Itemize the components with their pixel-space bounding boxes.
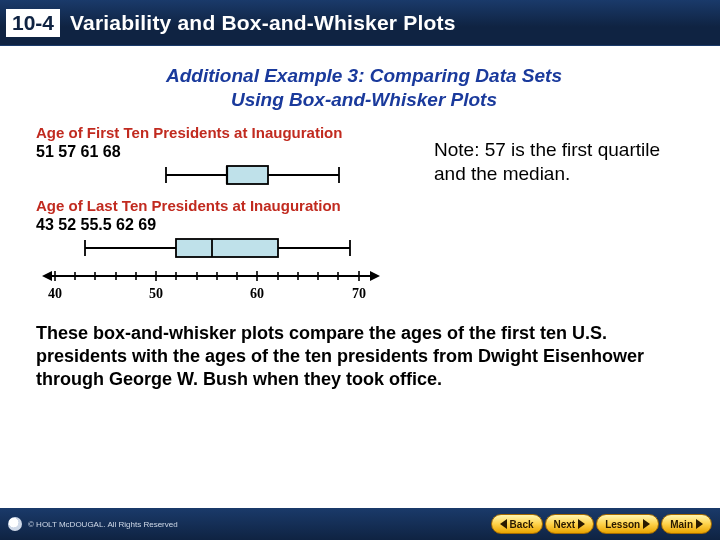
- triangle-right-icon: [696, 519, 703, 529]
- main-label: Main: [670, 519, 693, 530]
- footer-bar: © HOLT McDOUGAL. All Rights Reserved Bac…: [0, 508, 720, 540]
- section-number: 10-4: [6, 9, 60, 37]
- chart1-max: 68: [103, 143, 121, 160]
- svg-marker-14: [370, 271, 380, 281]
- chart2-med: 55.5: [81, 216, 112, 233]
- chart2-values: 43 52 55.5 62 69: [36, 216, 396, 234]
- axis-tick-60: 60: [250, 286, 264, 301]
- subtitle: Additional Example 3: Comparing Data Set…: [36, 64, 692, 112]
- number-line-axis: 40 50 60 70: [36, 262, 396, 304]
- chart1-values: 51 57 61 68: [36, 143, 396, 161]
- next-button[interactable]: Next: [545, 514, 595, 534]
- subtitle-line-2: Using Box-and-Whisker Plots: [231, 89, 497, 110]
- svg-rect-10: [176, 239, 278, 257]
- content-area: Additional Example 3: Comparing Data Set…: [0, 46, 720, 402]
- chart2-q3: 62: [116, 216, 134, 233]
- lesson-label: Lesson: [605, 519, 640, 530]
- triangle-right-icon: [578, 519, 585, 529]
- triangle-left-icon: [500, 519, 507, 529]
- chart1-min: 51: [36, 143, 54, 160]
- chart1-boxplot: [36, 161, 396, 189]
- publisher-logo-icon: [8, 517, 22, 531]
- lesson-button[interactable]: Lesson: [596, 514, 659, 534]
- chart2-min: 43: [36, 216, 54, 233]
- chart2-title: Age of Last Ten Presidents at Inaugurati…: [36, 197, 416, 214]
- page-title: Variability and Box-and-Whisker Plots: [70, 11, 455, 35]
- axis-tick-40: 40: [48, 286, 62, 301]
- axis-tick-70: 70: [352, 286, 366, 301]
- back-button[interactable]: Back: [491, 514, 543, 534]
- header-bar: 10-4 Variability and Box-and-Whisker Plo…: [0, 0, 720, 46]
- chart1-q3: 61: [81, 143, 99, 160]
- svg-marker-13: [42, 271, 52, 281]
- triangle-right-icon: [643, 519, 650, 529]
- back-label: Back: [510, 519, 534, 530]
- box-plots-figure: Age of First Ten Presidents at Inaugurat…: [36, 124, 416, 304]
- axis-tick-50: 50: [149, 286, 163, 301]
- note-text: Note: 57 is the first quartile and the m…: [434, 124, 692, 304]
- chart1-title: Age of First Ten Presidents at Inaugurat…: [36, 124, 416, 141]
- chart2-q1: 52: [58, 216, 76, 233]
- svg-rect-4: [227, 166, 268, 184]
- copyright: © HOLT McDOUGAL. All Rights Reserved: [8, 517, 178, 531]
- chart2-boxplot: [36, 234, 396, 262]
- nav-buttons: Back Next Lesson Main: [491, 514, 712, 534]
- body-paragraph: These box-and-whisker plots compare the …: [36, 322, 692, 392]
- main-button[interactable]: Main: [661, 514, 712, 534]
- subtitle-line-1: Additional Example 3: Comparing Data Set…: [166, 65, 562, 86]
- chart2-max: 69: [138, 216, 156, 233]
- next-label: Next: [554, 519, 576, 530]
- copyright-text: © HOLT McDOUGAL. All Rights Reserved: [28, 520, 178, 529]
- figure-row: Age of First Ten Presidents at Inaugurat…: [36, 124, 692, 304]
- chart1-q1: 57: [58, 143, 76, 160]
